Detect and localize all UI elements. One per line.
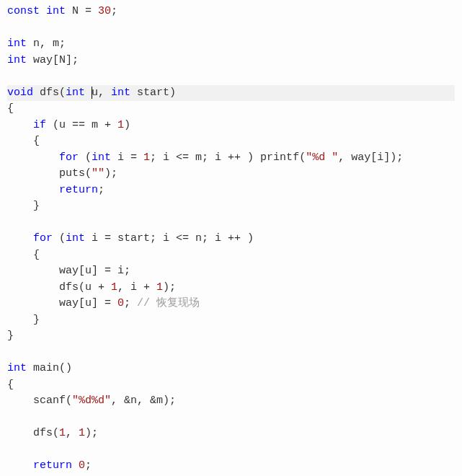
code-token: return	[59, 184, 98, 196]
code-token: puts(	[7, 167, 92, 180]
code-token: "%d%d"	[72, 395, 111, 407]
code-token: int	[111, 87, 130, 99]
code-token: u,	[92, 87, 111, 99]
code-token: dfs(u +	[7, 281, 111, 294]
code-token: way[u] =	[7, 297, 117, 309]
code-token: 1	[79, 427, 85, 439]
code-token: ,	[66, 427, 79, 439]
code-token: );	[85, 427, 98, 439]
code-line: dfs(u + 1, i + 1);	[7, 280, 455, 296]
code-token: int	[7, 362, 27, 374]
code-token: (u == m +	[46, 119, 117, 131]
code-line: way[u] = 0; // 恢复现场	[7, 296, 455, 312]
code-line: {	[7, 101, 455, 118]
code-token: {	[7, 102, 14, 115]
code-token: (	[79, 151, 92, 164]
code-line: int n, m;	[7, 36, 455, 53]
code-token: ;	[111, 5, 117, 17]
code-line	[7, 345, 455, 361]
code-line: void dfs(int u, int start)	[7, 85, 455, 102]
code-line	[7, 410, 455, 426]
code-token: if	[33, 119, 46, 131]
code-line: for (int i = 1; i <= m; i ++ ) printf("%…	[7, 150, 455, 167]
code-line: int main()	[7, 361, 455, 377]
code-token: ; i <= m; i ++ ) printf(	[150, 151, 306, 164]
code-token: scanf(	[7, 395, 72, 407]
code-token: int	[92, 151, 111, 164]
code-line: way[u] = i;	[7, 263, 455, 280]
code-token: n, m;	[27, 38, 66, 50]
code-token: 1	[111, 281, 117, 294]
code-token: 1	[117, 119, 124, 131]
code-token: 30	[98, 5, 111, 17]
code-token	[72, 459, 79, 472]
code-token: i =	[111, 151, 143, 164]
code-token: main()	[27, 362, 72, 374]
code-token: 1	[143, 151, 150, 164]
code-line	[7, 215, 455, 232]
code-token	[7, 232, 33, 244]
code-token: // 恢复现场	[137, 297, 200, 309]
code-token: ;	[85, 459, 92, 472]
code-line: {	[7, 377, 455, 394]
code-token: 0	[117, 297, 124, 309]
code-token	[7, 184, 59, 196]
code-token: {	[7, 379, 14, 391]
code-token: int	[66, 87, 85, 99]
code-token: (	[53, 232, 66, 244]
code-token: void	[7, 87, 33, 99]
code-token: , &n, &m);	[111, 395, 176, 407]
code-line: }	[7, 198, 455, 215]
code-token: }	[7, 314, 40, 326]
code-line: dfs(1, 1);	[7, 426, 455, 442]
code-line: {	[7, 133, 455, 150]
code-token	[7, 459, 33, 472]
code-token	[85, 87, 92, 99]
code-line: int way[N];	[7, 53, 455, 69]
code-token: int	[7, 38, 27, 50]
code-line: {	[7, 247, 455, 264]
code-line	[7, 442, 455, 459]
code-token: return	[33, 459, 72, 472]
code-token: int	[46, 5, 66, 17]
code-token	[40, 5, 46, 17]
code-line	[7, 20, 455, 37]
code-token: );	[105, 167, 117, 180]
code-line: return;	[7, 182, 455, 199]
code-token: way[N];	[27, 54, 79, 66]
code-token: );	[163, 281, 176, 294]
code-token: way[u] = i;	[7, 265, 130, 277]
code-token: , i +	[117, 281, 156, 294]
code-token: ;	[124, 297, 137, 309]
code-token: const	[7, 5, 40, 17]
code-token: {	[7, 135, 40, 147]
code-line	[7, 69, 455, 85]
code-token: ;	[98, 184, 105, 196]
code-token: ""	[92, 167, 105, 180]
code-line: for (int i = start; i <= n; i ++ )	[7, 231, 455, 247]
code-token: for	[59, 151, 79, 164]
code-token: )	[124, 119, 130, 131]
code-token: }	[7, 200, 40, 212]
code-block: const int N = 30; int n, m;int way[N]; v…	[7, 4, 455, 476]
code-token: start)	[130, 87, 176, 99]
code-line: }	[7, 328, 455, 345]
code-token: "%d "	[306, 151, 338, 164]
code-token: dfs(	[7, 427, 59, 439]
code-token: for	[33, 232, 53, 244]
code-token: 1	[59, 427, 66, 439]
code-token: i = start; i <= n; i ++ )	[85, 232, 254, 244]
code-token	[7, 151, 59, 164]
code-token: {	[7, 249, 40, 261]
code-token: dfs(	[33, 87, 66, 99]
code-line: const int N = 30;	[7, 4, 455, 20]
code-line: return 0;	[7, 458, 455, 475]
code-line: }	[7, 312, 455, 329]
code-token: , way[i]);	[338, 151, 403, 164]
code-line: puts("");	[7, 166, 455, 182]
code-token: int	[7, 54, 27, 66]
code-token: }	[7, 330, 14, 342]
code-token: 1	[156, 281, 163, 294]
code-line: if (u == m + 1)	[7, 118, 455, 134]
code-token: N =	[66, 5, 98, 17]
